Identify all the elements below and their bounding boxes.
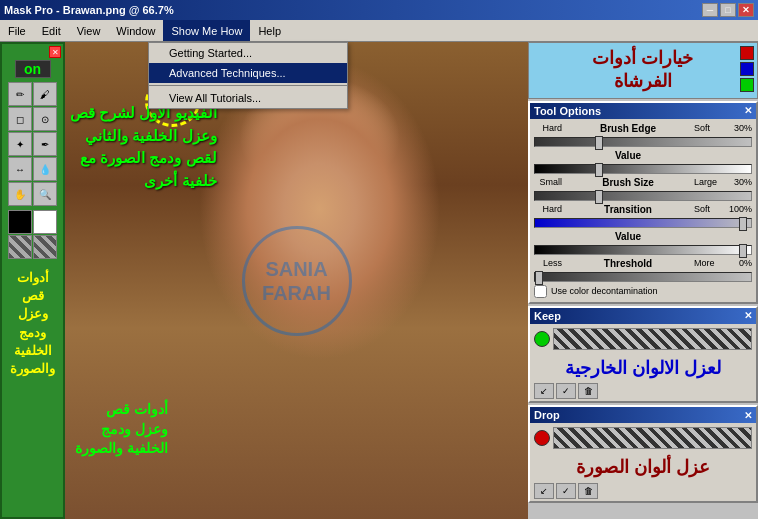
tool-move[interactable]: ↔ <box>8 157 32 181</box>
tool-pen[interactable]: ✒ <box>33 132 57 156</box>
keep-icon-3[interactable]: 🗑 <box>578 383 598 399</box>
tool-options-close[interactable]: ✕ <box>744 105 752 116</box>
value-center-1: Value <box>564 150 692 161</box>
keep-icons: ↙ ✓ 🗑 <box>530 383 756 401</box>
foreground-color[interactable] <box>8 210 32 234</box>
main-container: ✕ on ✏ 🖌 ◻ ⊙ ✦ ✒ ↔ 💧 ✋ 🔍 أدوات قص وعزل و… <box>0 42 758 519</box>
tool-zoom[interactable]: 🔍 <box>33 182 57 206</box>
bottom-annotation: أدوات قصوعزل ودمجالخلفية والصورة <box>75 400 168 459</box>
tool-options-title: Tool Options <box>534 105 601 117</box>
color-dot-blue[interactable] <box>740 62 754 76</box>
keep-content <box>530 324 756 354</box>
transition-hard-label: Hard <box>534 204 562 214</box>
menu-file[interactable]: File <box>0 20 34 41</box>
toolbar-close-button[interactable]: ✕ <box>49 46 61 58</box>
color-decontamination-checkbox[interactable] <box>534 285 547 298</box>
brush-size-label: Brush Size <box>564 177 692 188</box>
keep-icon-1[interactable]: ↙ <box>534 383 554 399</box>
keep-arabic-label: لعزل الالوان الخارجية <box>530 354 756 384</box>
threshold-row: Less Threshold More 0% <box>534 258 752 269</box>
tool-eyedrop[interactable]: 💧 <box>33 157 57 181</box>
arabic-header-line1: خيارات أدوات <box>533 47 753 70</box>
value-track-2[interactable] <box>534 245 752 255</box>
tool-hand[interactable]: ✋ <box>8 182 32 206</box>
keep-close[interactable]: ✕ <box>744 310 752 321</box>
maximize-button[interactable]: □ <box>720 3 736 17</box>
brush-size-track[interactable] <box>534 191 752 201</box>
dropdown-view-all[interactable]: View All Tutorials... <box>149 88 347 108</box>
drop-icons: ↙ ✓ 🗑 <box>530 483 756 501</box>
tool-eraser[interactable]: ◻ <box>8 107 32 131</box>
menu-bar: File Edit View Window Show Me How Help G… <box>0 20 758 42</box>
drop-red-light[interactable] <box>534 430 550 446</box>
brush-size-thumb[interactable] <box>595 190 603 204</box>
background-color[interactable] <box>33 210 57 234</box>
menu-window[interactable]: Window <box>108 20 163 41</box>
color-decontamination-row: Use color decontamination <box>534 285 752 298</box>
menu-view[interactable]: View <box>69 20 109 41</box>
keep-pattern <box>553 328 752 350</box>
pattern-swatch-1[interactable] <box>8 235 32 259</box>
image-canvas[interactable]: الفيديو الأول لشرح قص وعزل الخلفية والثا… <box>65 42 528 519</box>
tool-options-title-bar: Tool Options ✕ <box>530 103 756 119</box>
brush-size-row: Small Brush Size Large 30% <box>534 177 752 188</box>
drop-close[interactable]: ✕ <box>744 410 752 421</box>
tool-select[interactable]: ✏ <box>8 82 32 106</box>
threshold-slider-container <box>534 272 752 282</box>
drop-title-bar: Drop ✕ <box>530 407 756 423</box>
center-image-area: الفيديو الأول لشرح قص وعزل الخلفية والثا… <box>65 42 528 519</box>
value-thumb-1[interactable] <box>595 163 603 177</box>
dropdown-advanced[interactable]: Advanced Techniques... <box>149 63 347 83</box>
transition-thumb[interactable] <box>739 217 747 231</box>
keep-icon-2[interactable]: ✓ <box>556 383 576 399</box>
right-panel: خيارات أدوات الفرشاة Tool Options ✕ Hard… <box>528 42 758 519</box>
transition-track[interactable] <box>534 218 752 228</box>
brush-size-value: 30% <box>724 177 752 187</box>
tool-magic[interactable]: ✦ <box>8 132 32 156</box>
showmehow-dropdown: Getting Started... Advanced Techniques..… <box>148 42 348 109</box>
color-dot-red[interactable] <box>740 46 754 60</box>
color-dot-green[interactable] <box>740 78 754 92</box>
brush-edge-slider-container <box>534 137 752 147</box>
brush-edge-thumb[interactable] <box>595 136 603 150</box>
value-thumb-2[interactable] <box>739 244 747 258</box>
transition-label: Transition <box>564 204 692 215</box>
drop-icon-1[interactable]: ↙ <box>534 483 554 499</box>
color-decontamination-label: Use color decontamination <box>551 286 658 296</box>
arabic-header: خيارات أدوات الفرشاة <box>528 42 758 99</box>
threshold-slider-row <box>534 272 752 282</box>
drop-icon-2[interactable]: ✓ <box>556 483 576 499</box>
menu-showmehow[interactable]: Show Me How <box>163 20 250 41</box>
dropdown-getting-started[interactable]: Getting Started... <box>149 43 347 63</box>
drop-title: Drop <box>534 409 560 421</box>
transition-soft-label: Soft <box>694 204 722 214</box>
menu-help[interactable]: Help <box>250 20 289 41</box>
threshold-less-label: Less <box>534 258 562 268</box>
left-toolbar: ✕ on ✏ 🖌 ◻ ⊙ ✦ ✒ ↔ 💧 ✋ 🔍 أدوات قص وعزل و… <box>0 42 65 519</box>
close-button[interactable]: ✕ <box>738 3 754 17</box>
value-slider-container-1 <box>534 164 752 174</box>
arabic-header-line2: الفرشاة <box>533 70 753 93</box>
brush-edge-label: Brush Edge <box>564 123 692 134</box>
keep-green-light[interactable] <box>534 331 550 347</box>
keep-title: Keep <box>534 310 561 322</box>
drop-content <box>530 423 756 453</box>
threshold-thumb[interactable] <box>535 271 543 285</box>
menu-edit[interactable]: Edit <box>34 20 69 41</box>
transition-row: Hard Transition Soft 100% <box>534 204 752 215</box>
minimize-button[interactable]: ─ <box>702 3 718 17</box>
drop-panel: Drop ✕ عزل ألوان الصورة ↙ ✓ 🗑 <box>528 405 758 503</box>
drop-arabic-label: عزل ألوان الصورة <box>530 453 756 483</box>
value-slider-row-2 <box>534 245 752 255</box>
brush-edge-value: 30% <box>724 123 752 133</box>
brush-edge-track[interactable] <box>534 137 752 147</box>
drop-pattern <box>553 427 752 449</box>
keep-title-bar: Keep ✕ <box>530 308 756 324</box>
value-track-1[interactable] <box>534 164 752 174</box>
tool-brush[interactable]: 🖌 <box>33 82 57 106</box>
drop-icon-3[interactable]: 🗑 <box>578 483 598 499</box>
pattern-swatch-2[interactable] <box>33 235 57 259</box>
tool-lasso[interactable]: ⊙ <box>33 107 57 131</box>
transition-value: 100% <box>724 204 752 214</box>
threshold-track[interactable] <box>534 272 752 282</box>
